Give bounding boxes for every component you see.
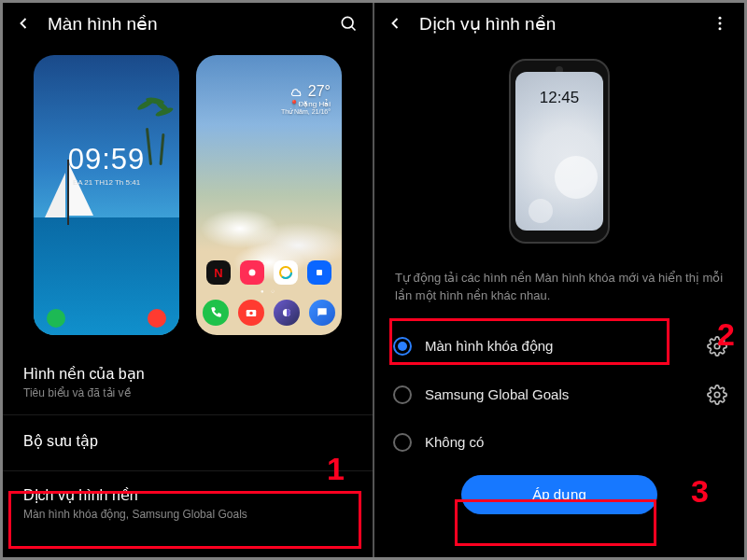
wallpaper-settings-screen: Màn hình nền	[3, 3, 373, 557]
option-label: Màn hình khóa động	[425, 338, 694, 355]
radio-icon[interactable]	[393, 337, 412, 356]
lockscreen-preview[interactable]: 09:59 EA 21 TH12 Th 5:41	[34, 55, 179, 335]
app-icon: N	[206, 260, 231, 285]
camera-shortcut-icon	[148, 309, 166, 328]
radio-icon[interactable]	[393, 385, 412, 404]
weather-widget: 27° 📍Đặng Hải Thứ Năm, 21/16°	[281, 83, 331, 116]
svg-point-7	[249, 312, 253, 315]
option-none[interactable]: Không có	[388, 419, 733, 466]
collection-section[interactable]: Bộ sưu tập	[3, 417, 373, 469]
page-title: Dịch vụ hình nền	[419, 13, 696, 35]
page-title: Màn hình nền	[48, 13, 324, 35]
app-icon	[274, 260, 298, 285]
wallpaper-service-section[interactable]: Dịch vụ hình nền Màn hình khóa động, Sam…	[3, 473, 373, 534]
option-dynamic-lockscreen[interactable]: Màn hình khóa động	[388, 322, 733, 371]
svg-point-10	[719, 22, 722, 25]
service-description: Tự động tải các hình nền Màn hình khóa m…	[374, 264, 744, 322]
dock-browser-icon	[274, 300, 300, 326]
dock-phone-icon	[203, 300, 229, 326]
option-samsung-global-goals[interactable]: Samsung Global Goals	[388, 371, 733, 419]
wallpaper-service-screen: Dịch vụ hình nền 12:45 Tự động tải các h…	[374, 3, 744, 557]
page-indicator: ● ○	[196, 288, 342, 294]
svg-rect-5	[317, 270, 322, 275]
option-label: Samsung Global Goals	[425, 386, 694, 402]
section-title: Hình nền của bạn	[23, 365, 352, 383]
dock-camera-icon	[238, 300, 264, 326]
svg-point-13	[714, 392, 720, 398]
svg-point-11	[719, 27, 722, 30]
back-icon[interactable]	[12, 12, 35, 35]
your-wallpapers-section[interactable]: Hình nền của bạn Tiêu biểu và đã tải về	[3, 352, 373, 413]
preview-clock: 12:45	[515, 89, 603, 107]
more-icon[interactable]	[709, 12, 731, 35]
radio-icon[interactable]	[393, 433, 412, 452]
phone-shortcut-icon	[47, 309, 65, 328]
gear-icon[interactable]	[707, 385, 727, 405]
svg-point-12	[714, 343, 720, 349]
lockscreen-time: 09:59	[34, 143, 179, 176]
app-icon	[307, 260, 331, 285]
svg-point-2	[249, 270, 256, 276]
search-icon[interactable]	[337, 12, 359, 35]
dock-messages-icon	[309, 300, 335, 326]
section-subtitle: Tiêu biểu và đã tải về	[23, 386, 352, 399]
svg-point-0	[342, 17, 353, 28]
svg-point-9	[719, 17, 722, 20]
section-subtitle: Màn hình khóa động, Samsung Global Goals	[23, 508, 352, 521]
apply-button[interactable]: Áp dụng	[461, 475, 657, 514]
section-title: Bộ sưu tập	[23, 432, 352, 450]
back-icon[interactable]	[384, 12, 406, 35]
service-preview-phone: 12:45	[509, 59, 610, 244]
section-title: Dịch vụ hình nền	[23, 486, 352, 504]
app-icon	[240, 260, 264, 285]
homescreen-preview[interactable]: 27° 📍Đặng Hải Thứ Năm, 21/16° N	[196, 55, 342, 335]
option-label: Không có	[425, 434, 727, 450]
lockscreen-date: EA 21 TH12 Th 5:41	[34, 178, 179, 187]
gear-icon[interactable]	[707, 336, 727, 357]
svg-line-1	[352, 27, 356, 31]
